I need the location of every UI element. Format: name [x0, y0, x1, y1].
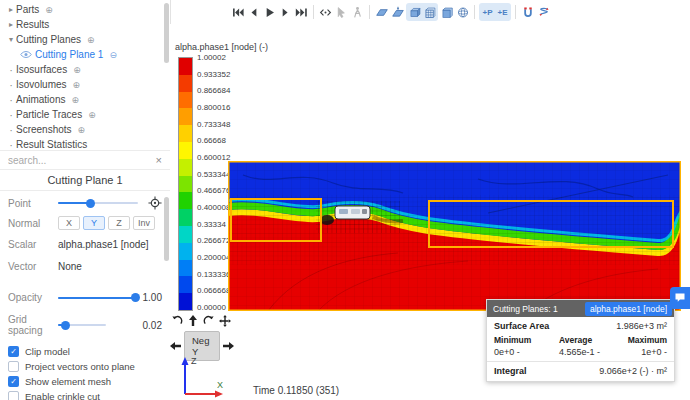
- point-slider-thumb[interactable]: [86, 199, 95, 208]
- sidebar-item-screenshots[interactable]: Screenshots: [0, 122, 170, 137]
- pointer-icon[interactable]: [334, 3, 349, 21]
- tree-item-label: Cutting Planes: [16, 34, 81, 45]
- walk-person-icon[interactable]: [350, 3, 365, 21]
- plus-circle-icon[interactable]: [87, 35, 95, 45]
- legend-tick: 0.933352: [197, 71, 230, 79]
- legend-block: [179, 108, 192, 125]
- results-tree: Parts Results Cutting Planes Cutting Pla…: [0, 0, 170, 150]
- normal-row: Normal X Y Z Inv: [0, 213, 170, 233]
- show-element-mesh-checkbox-row[interactable]: Show element mesh: [0, 374, 170, 389]
- checkbox-checked-icon[interactable]: [8, 376, 19, 387]
- play-icon[interactable]: [262, 3, 277, 21]
- sidebar-item-results[interactable]: Results: [0, 17, 170, 32]
- grid-spacing-slider[interactable]: [58, 324, 106, 326]
- close-icon[interactable]: ×: [154, 154, 164, 166]
- properties-scrollbar[interactable]: [164, 197, 169, 261]
- cube-front-icon[interactable]: [407, 3, 422, 21]
- probe-element-icon[interactable]: +E: [495, 3, 510, 21]
- s-curve-icon[interactable]: [536, 3, 551, 21]
- checkbox-unchecked-icon[interactable]: [8, 361, 19, 372]
- normal-z-button[interactable]: Z: [108, 216, 130, 230]
- checkbox-unchecked-icon[interactable]: [8, 391, 19, 400]
- statistics-panel: Cutting Planes: 1 alpha.phase1 [node] Su…: [486, 299, 675, 382]
- cutting-plane-properties: Point Normal X Y Z Inv Scalar alpha.phas…: [0, 191, 170, 400]
- sidebar-item-cutting-plane-1[interactable]: Cutting Plane 1: [0, 47, 170, 62]
- grid-spacing-value: 0.02: [143, 320, 162, 331]
- sphere-wire-icon[interactable]: [455, 3, 470, 21]
- legend-tick: 0.200004: [197, 254, 230, 262]
- checkbox-checked-icon[interactable]: [8, 346, 19, 357]
- sidebar-item-cutting-planes[interactable]: Cutting Planes: [0, 32, 170, 47]
- enable-crinkle-cut-checkbox-row[interactable]: Enable crinkle cut: [0, 389, 170, 400]
- skip-to-end-icon[interactable]: [294, 3, 309, 21]
- tree-item-label: Parts: [16, 4, 39, 15]
- probe-point-icon[interactable]: +P: [480, 3, 495, 21]
- plus-circle-icon[interactable]: [71, 95, 79, 105]
- minus-circle-icon[interactable]: [109, 50, 117, 60]
- scalar-select[interactable]: alpha.phase1 [node]: [58, 239, 149, 250]
- vector-row: Vector None: [0, 253, 170, 282]
- plus-circle-icon[interactable]: [78, 125, 86, 135]
- step-back-icon[interactable]: [246, 3, 261, 21]
- scalar-row: Scalar alpha.phase1 [node]: [0, 233, 170, 253]
- pan-move-icon[interactable]: [218, 314, 232, 328]
- arrow-up-icon[interactable]: [186, 314, 200, 328]
- rotate-ccw-icon[interactable]: [170, 314, 184, 328]
- fit-view-icon[interactable]: [318, 3, 333, 21]
- clip-model-checkbox-row[interactable]: Clip model: [0, 344, 170, 359]
- sidebar-item-parts[interactable]: Parts: [0, 2, 170, 17]
- plane-view-icon[interactable]: [374, 3, 389, 21]
- tree-item-label: Result Statistics: [16, 139, 87, 150]
- plus-circle-icon[interactable]: [45, 5, 53, 15]
- tree-item-label: Cutting Plane 1: [35, 49, 103, 60]
- visibility-eye-icon[interactable]: [20, 50, 32, 59]
- maximum-value: 1e+0 -: [628, 347, 667, 357]
- toolbar-separator: [515, 5, 516, 19]
- arrow-left-icon[interactable]: [170, 339, 182, 353]
- tree-item-label: Isovolumes: [16, 79, 67, 90]
- legend-block: [179, 209, 192, 226]
- normal-inv-button[interactable]: Inv: [133, 216, 155, 230]
- magnet-icon[interactable]: [520, 3, 535, 21]
- tree-scrollbar[interactable]: [164, 3, 169, 63]
- checkbox-label: Project vectors onto plane: [25, 361, 135, 372]
- pick-point-icon[interactable]: [148, 196, 162, 210]
- normal-x-button[interactable]: X: [58, 216, 80, 230]
- sidebar-item-isosurfaces[interactable]: Isosurfaces: [0, 62, 170, 77]
- chevron-right-icon: [6, 5, 16, 14]
- grid-spacing-slider-thumb[interactable]: [61, 321, 70, 330]
- legend-tick: 0.866684: [197, 87, 230, 95]
- legend-block: [179, 226, 192, 243]
- normal-y-button[interactable]: Y: [83, 216, 105, 230]
- plus-circle-icon[interactable]: [73, 80, 81, 90]
- opacity-slider[interactable]: [58, 297, 135, 299]
- project-vectors-checkbox-row[interactable]: Project vectors onto plane: [0, 359, 170, 374]
- legend-block: [179, 276, 192, 293]
- sidebar-item-isovolumes[interactable]: Isovolumes: [0, 77, 170, 92]
- bullet-icon: [6, 139, 16, 151]
- opacity-value: 1.00: [143, 292, 162, 303]
- arrow-right-icon[interactable]: [222, 339, 234, 353]
- chat-bubble-button[interactable]: [670, 287, 690, 309]
- plus-circle-icon[interactable]: [88, 110, 96, 120]
- skip-to-start-icon[interactable]: [230, 3, 245, 21]
- render-view[interactable]: [228, 161, 681, 311]
- bullet-icon: [6, 94, 16, 106]
- opacity-slider-thumb[interactable]: [131, 293, 140, 302]
- toolbar-separator: [474, 5, 475, 19]
- plus-circle-icon[interactable]: [73, 65, 81, 75]
- cube-solid-icon[interactable]: [439, 3, 454, 21]
- scalar-label: Scalar: [8, 239, 58, 250]
- legend-tick: 0.66668: [197, 137, 230, 145]
- point-slider[interactable]: [58, 202, 138, 204]
- sidebar-item-particle-traces[interactable]: Particle Traces: [0, 107, 170, 122]
- plane-flip-icon[interactable]: [390, 3, 405, 21]
- rotate-cw-icon[interactable]: [202, 314, 216, 328]
- search-input[interactable]: [6, 154, 154, 167]
- step-forward-icon[interactable]: [278, 3, 293, 21]
- vector-select[interactable]: None: [58, 261, 82, 272]
- sidebar-item-animations[interactable]: Animations: [0, 92, 170, 107]
- cube-grid-icon[interactable]: [422, 3, 437, 21]
- sidebar-item-result-statistics[interactable]: Result Statistics: [0, 137, 170, 150]
- point-row: Point: [0, 193, 170, 213]
